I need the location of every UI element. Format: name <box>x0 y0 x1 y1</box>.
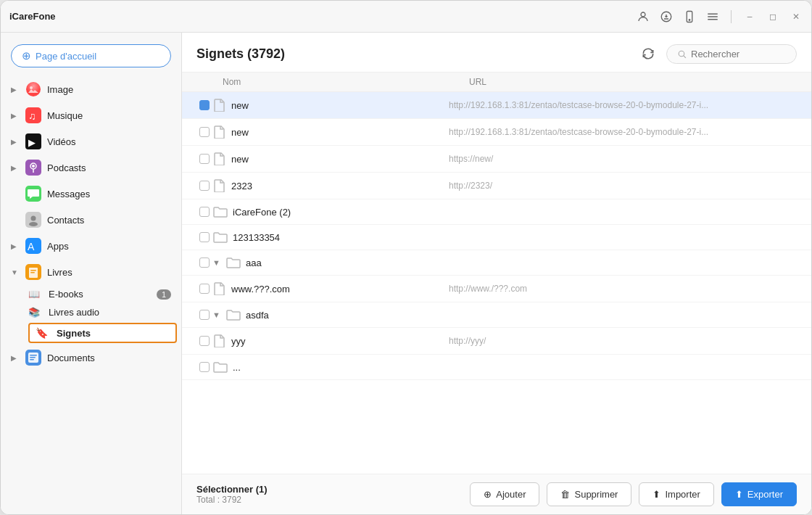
menu-icon[interactable] <box>706 10 719 23</box>
search-input[interactable] <box>691 49 778 59</box>
search-box[interactable] <box>666 44 797 64</box>
row-url: http://www./???.com <box>449 284 797 294</box>
row-checkbox[interactable] <box>196 232 212 242</box>
expand-arrow-icon: ▼ <box>212 310 223 319</box>
checkbox-icon[interactable] <box>199 284 210 294</box>
ebooks-badge: 1 <box>157 289 171 300</box>
messages-icon <box>25 186 41 202</box>
arrow-icon: ▼ <box>11 268 20 276</box>
maximize-button[interactable]: ◻ <box>766 10 779 23</box>
checkbox-icon[interactable] <box>199 258 210 268</box>
file-icon <box>212 124 227 140</box>
signets-label: Signets <box>57 328 91 339</box>
checkbox-icon[interactable] <box>199 336 210 346</box>
add-button[interactable]: ⊕ Ajouter <box>470 482 539 506</box>
row-checkbox[interactable] <box>196 154 212 164</box>
svg-text:▶: ▶ <box>28 137 36 148</box>
file-icon <box>212 281 227 297</box>
folder-icon <box>225 308 241 322</box>
table-row[interactable]: ... <box>182 355 811 380</box>
delete-label: Supprimer <box>574 489 618 500</box>
checkbox-icon[interactable] <box>199 181 210 191</box>
titlebar-icons: – ◻ ✕ <box>637 10 803 23</box>
row-checkbox[interactable] <box>196 181 212 191</box>
sidebar-label-image: Image <box>47 84 171 95</box>
import-button[interactable]: ⬆ Importer <box>639 482 713 506</box>
row-checkbox[interactable] <box>196 336 212 346</box>
svg-rect-25 <box>30 270 36 271</box>
apps-icon: A <box>25 238 41 254</box>
svg-text:A: A <box>28 241 35 252</box>
arrow-icon: ▶ <box>11 354 20 362</box>
table-row[interactable]: new https://new/ <box>182 146 811 173</box>
row-checkbox[interactable] <box>196 362 212 372</box>
page-title: Signets (3792) <box>196 46 630 62</box>
checkbox-icon[interactable] <box>199 154 210 164</box>
sidebar-item-ebooks[interactable]: 📖 E-books 1 <box>28 285 181 303</box>
file-icon <box>212 333 227 349</box>
sidebar-item-videos[interactable]: ▶ ▶ Vidéos <box>1 128 181 154</box>
row-url: https://new/ <box>449 154 797 164</box>
row-name: aaa <box>246 258 463 268</box>
row-checkbox[interactable] <box>196 207 212 217</box>
sidebar-item-livresaudio[interactable]: 📚 Livres audio <box>28 303 181 321</box>
sidebar-item-musique[interactable]: ▶ ♫ Musique <box>1 102 181 128</box>
sidebar-item-livres[interactable]: ▼ Livres <box>1 259 181 285</box>
sidebar-item-messages[interactable]: ▶ Messages <box>1 181 181 207</box>
table-row[interactable]: www.???.com http://www./???.com <box>182 276 811 302</box>
search-icon <box>677 49 687 59</box>
checkbox-icon[interactable] <box>199 310 210 320</box>
checkbox-icon[interactable] <box>199 100 210 110</box>
download-icon[interactable] <box>660 10 673 23</box>
home-label: Page d'accueil <box>36 51 96 62</box>
sidebar-item-signets[interactable]: 🔖 Signets <box>28 323 177 343</box>
table-row[interactable]: 2323 http://2323/ <box>182 173 811 199</box>
row-checkbox[interactable] <box>196 310 212 320</box>
table-header: Nom URL <box>182 73 811 92</box>
table-row[interactable]: iCareFone (2) <box>182 199 811 225</box>
delete-button[interactable]: 🗑 Supprimer <box>547 482 631 506</box>
sidebar-item-contacts[interactable]: ▶ Contacts <box>1 207 181 233</box>
folder-icon <box>212 230 228 244</box>
livres-submenu: 📖 E-books 1 📚 Livres audio 🔖 Signets <box>1 285 181 345</box>
app-window: iCareFone – ◻ ✕ ⊕ Page d'accue <box>0 0 812 515</box>
checkbox-icon[interactable] <box>199 207 210 217</box>
sidebar-label-messages: Messages <box>47 189 171 199</box>
row-checkbox[interactable] <box>196 258 212 268</box>
sidebar-item-podcasts[interactable]: ▶ Podcasts <box>1 154 181 181</box>
table-row[interactable]: new http://192.168.1.3:81/zentao/testcas… <box>182 92 811 119</box>
expand-arrow-icon: ▼ <box>212 258 223 267</box>
table-row[interactable]: ▼ aaa <box>182 250 811 276</box>
close-button[interactable]: ✕ <box>790 10 803 23</box>
home-button[interactable]: ⊕ Page d'accueil <box>11 44 171 67</box>
footer-info: Sélectionner (1) Total : 3792 <box>196 484 461 505</box>
user-icon[interactable] <box>637 10 650 23</box>
row-checkbox[interactable] <box>196 127 212 137</box>
table-row[interactable]: ▼ asdfa <box>182 302 811 328</box>
arrow-icon: ▶ <box>11 86 20 94</box>
sidebar-item-documents[interactable]: ▶ Documents <box>1 345 181 371</box>
phone-icon[interactable] <box>683 10 696 23</box>
svg-rect-31 <box>30 359 34 360</box>
file-icon <box>212 97 227 113</box>
sidebar-item-apps[interactable]: ▶ A Apps <box>1 233 181 259</box>
row-name: asdfa <box>246 310 463 321</box>
table-row[interactable]: yyy http://yyy/ <box>182 328 811 355</box>
checkbox-icon[interactable] <box>199 127 210 137</box>
row-checkbox[interactable] <box>196 284 212 294</box>
export-button[interactable]: ⬆ Exporter <box>721 482 797 506</box>
checkbox-icon[interactable] <box>199 232 210 242</box>
content-header: Signets (3792) <box>182 33 811 73</box>
arrow-icon: ▶ <box>11 164 20 172</box>
table-row[interactable]: new http://192.168.1.3:81/zentao/testcas… <box>182 119 811 146</box>
minimize-button[interactable]: – <box>743 10 756 23</box>
file-icon <box>212 178 227 194</box>
refresh-button[interactable] <box>637 43 659 65</box>
export-label: Exporter <box>747 489 783 500</box>
row-checkbox[interactable] <box>196 100 212 110</box>
sidebar-item-image[interactable]: ▶ Image <box>1 76 181 102</box>
checkbox-icon[interactable] <box>199 362 210 372</box>
export-icon: ⬆ <box>735 489 743 500</box>
table-row[interactable]: 123133354 <box>182 225 811 250</box>
row-name: iCareFone (2) <box>233 207 450 218</box>
